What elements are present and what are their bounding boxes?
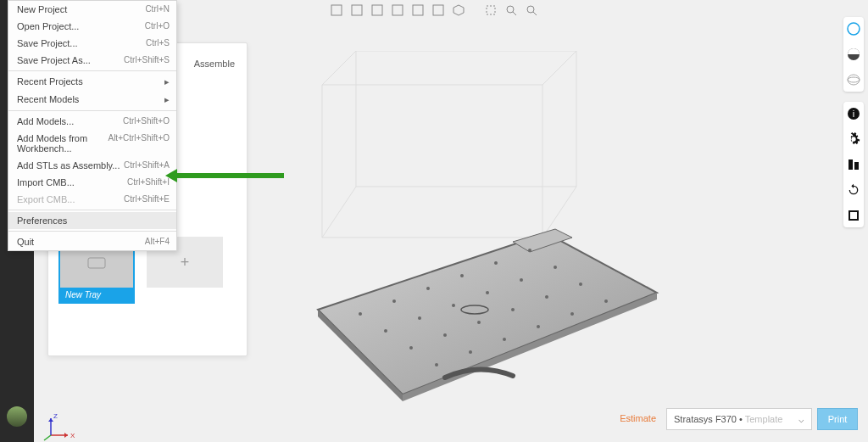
svg-line-68 [44, 435, 51, 440]
svg-rect-7 [487, 6, 495, 14]
svg-marker-65 [64, 433, 68, 438]
annotation-arrow [165, 169, 284, 182]
tools-group: i [843, 102, 864, 227]
axis-indicator: X Z [42, 410, 68, 435]
svg-rect-19 [849, 159, 853, 170]
menu-import-cmb[interactable]: Import CMB...Ctrl+Shift+I [8, 174, 176, 191]
svg-line-11 [533, 12, 537, 15]
svg-point-55 [545, 295, 548, 299]
crop-icon[interactable] [845, 207, 862, 224]
gear-icon[interactable] [845, 131, 862, 148]
svg-text:i: i [853, 109, 854, 119]
avatar[interactable] [7, 406, 27, 427]
svg-point-59 [503, 338, 506, 341]
svg-text:Z: Z [53, 412, 58, 420]
chevron-right-icon: ▸ [164, 76, 170, 87]
menu-separator [8, 70, 176, 71]
view-front-icon[interactable] [330, 3, 343, 17]
display-mode-group [843, 17, 864, 92]
svg-rect-20 [854, 162, 859, 170]
svg-point-41 [426, 287, 430, 290]
top-toolbar [330, 3, 538, 17]
menu-separator [8, 231, 176, 232]
menu-recent-projects[interactable]: Recent Projects▸ [8, 73, 176, 91]
zoom-selection-icon[interactable] [525, 3, 538, 17]
sphere-icon[interactable] [845, 20, 862, 37]
view-top-icon[interactable] [411, 3, 425, 17]
svg-point-62 [604, 299, 608, 303]
file-menu: New ProjectCtrl+N Open Project...Ctrl+O … [8, 0, 177, 251]
menu-export-cmb: Export CMB...Ctrl+Shift+E [8, 191, 176, 208]
svg-point-56 [579, 283, 582, 286]
svg-point-52 [443, 333, 447, 337]
svg-point-48 [486, 291, 489, 294]
svg-point-39 [359, 312, 362, 316]
menu-separator [8, 110, 176, 111]
view-back-icon[interactable] [350, 3, 364, 17]
svg-point-43 [494, 261, 498, 265]
menu-separator [8, 210, 176, 210]
svg-point-42 [460, 274, 464, 277]
view-fit-icon[interactable] [484, 3, 498, 17]
svg-point-53 [477, 321, 481, 324]
chevron-right-icon: ▸ [164, 94, 170, 105]
print-button[interactable]: Print [817, 408, 858, 430]
svg-point-58 [469, 350, 472, 354]
menu-add-models-workbench[interactable]: Add Models from Workbench...Alt+Ctrl+Shi… [8, 130, 176, 157]
svg-point-54 [511, 308, 515, 311]
shaded-icon[interactable] [845, 46, 862, 63]
svg-point-49 [520, 278, 523, 282]
plus-icon: + [181, 254, 190, 271]
svg-rect-2 [372, 5, 382, 15]
svg-rect-0 [331, 5, 342, 15]
svg-rect-22 [88, 258, 105, 268]
svg-rect-3 [392, 5, 403, 15]
svg-point-12 [848, 23, 860, 35]
chevron-down-icon: ⌵ [798, 414, 804, 425]
menu-add-models[interactable]: Add Models...Ctrl+Shift+O [8, 113, 176, 130]
build-plate[interactable] [292, 55, 682, 394]
menu-save-project-as[interactable]: Save Project As...Ctrl+Shift+S [8, 52, 176, 69]
assemble-button[interactable]: Assemble [194, 59, 235, 69]
svg-point-46 [418, 316, 421, 320]
svg-point-51 [409, 346, 413, 350]
svg-point-16 [848, 75, 860, 85]
view-bottom-icon[interactable] [431, 3, 445, 17]
svg-point-15 [848, 77, 860, 82]
svg-point-60 [537, 325, 540, 328]
svg-marker-6 [453, 5, 464, 15]
menu-quit[interactable]: QuitAlt+F4 [8, 233, 176, 250]
right-toolbar: i [842, 17, 865, 227]
svg-point-45 [384, 329, 387, 333]
refresh-icon[interactable] [845, 182, 862, 199]
printer-select[interactable]: Stratasys F370 • Template ⌵ [666, 408, 812, 430]
menu-save-project[interactable]: Save Project...Ctrl+S [8, 35, 176, 52]
svg-point-50 [554, 266, 557, 269]
svg-point-57 [435, 363, 438, 366]
svg-line-9 [513, 12, 516, 15]
view-iso-icon[interactable] [452, 3, 465, 17]
menu-new-project[interactable]: New ProjectCtrl+N [8, 1, 176, 18]
menu-preferences[interactable]: Preferences [8, 212, 176, 229]
tray-caption: New Tray [60, 288, 133, 302]
view-left-icon[interactable] [370, 3, 384, 17]
svg-point-10 [527, 6, 534, 13]
svg-rect-5 [433, 5, 443, 15]
menu-add-stls-assembly[interactable]: Add STLs as Assembly...Ctrl+Shift+A [8, 157, 176, 174]
wire-icon[interactable] [845, 71, 862, 88]
layers-icon[interactable] [845, 156, 862, 173]
svg-rect-4 [413, 5, 423, 15]
svg-point-40 [392, 299, 396, 303]
svg-point-8 [507, 6, 514, 13]
svg-point-61 [570, 312, 574, 316]
info-icon[interactable]: i [845, 105, 862, 122]
menu-open-project[interactable]: Open Project...Ctrl+O [8, 18, 176, 35]
view-right-icon[interactable] [391, 3, 404, 17]
svg-rect-21 [849, 211, 858, 220]
printer-name: Stratasys F370 [674, 414, 737, 424]
menu-recent-models[interactable]: Recent Models▸ [8, 91, 176, 109]
estimate-link[interactable]: Estimate [620, 413, 656, 423]
svg-point-44 [528, 249, 531, 252]
zoom-icon[interactable] [504, 3, 518, 17]
toolbar-separator [472, 3, 477, 17]
